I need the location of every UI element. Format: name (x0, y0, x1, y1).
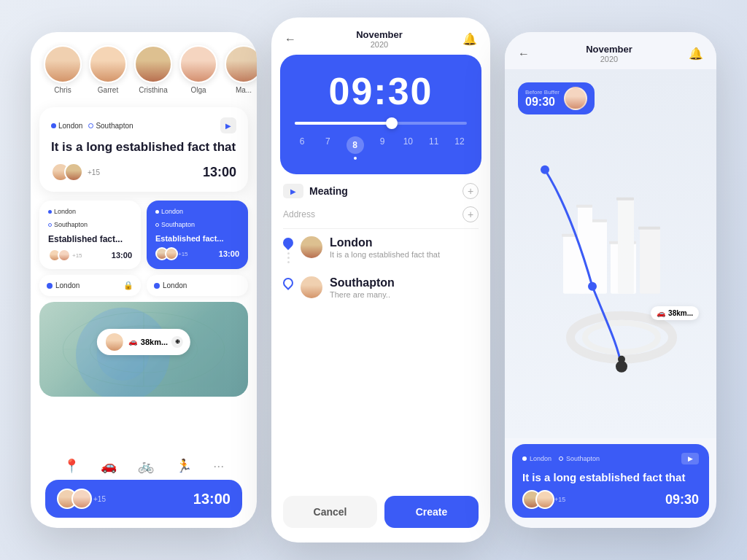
header-year: 2020 (356, 40, 403, 49)
distance-badge: 🚗 38km... ⊕ (97, 329, 190, 355)
bottom-card-right[interactable]: London Southapton ▶ It is a long establi… (512, 444, 709, 518)
tab-icons: 📍 🚗 🚲 🏃 ··· (45, 458, 242, 474)
svg-point-17 (585, 323, 658, 352)
location-item-southapton[interactable]: Southapton There are many.. (283, 276, 479, 300)
tab-pin[interactable]: 📍 (63, 458, 80, 474)
avatar-chris (44, 45, 82, 83)
mini-card-london2[interactable]: London (147, 275, 248, 296)
mini-card-left2: London (154, 281, 187, 289)
expand-icon: ⊕ (171, 336, 183, 348)
main-card[interactable]: London Southapton ▶ It is a long establi… (39, 107, 248, 192)
right-back-arrow[interactable]: ← (518, 47, 530, 61)
stack-avatar (64, 163, 83, 182)
svg-point-21 (588, 282, 597, 291)
tab-run[interactable]: 🏃 (176, 458, 192, 474)
loc-icon-wrap (283, 236, 293, 266)
svg-rect-10 (640, 228, 660, 294)
to-dot-white (559, 456, 563, 461)
right-bell-icon[interactable]: 🔔 (689, 47, 703, 61)
tab-more[interactable]: ··· (213, 459, 224, 474)
loc-info-london: London It is a long established fact tha… (330, 236, 479, 260)
from-dot-sm (48, 210, 52, 214)
location-items: London It is a long established fact tha… (271, 229, 490, 307)
bottom-avatars: +15 (57, 489, 106, 509)
avatar-name: Chris (54, 86, 71, 94)
right-header-title: November 2020 (586, 44, 632, 63)
add-address-btn[interactable]: + (462, 206, 479, 222)
route-from-right: London (530, 455, 551, 462)
back-arrow[interactable]: ← (285, 33, 296, 46)
hour-labels: 6 7 8 9 10 11 12 (295, 136, 467, 160)
slider-thumb[interactable] (386, 117, 398, 129)
bottom-blue-card[interactable]: +15 13:00 (45, 480, 242, 518)
hour-dot (354, 157, 357, 160)
from-dot-blue (155, 210, 159, 214)
city-map-svg (505, 69, 716, 438)
time-slider[interactable] (295, 122, 467, 125)
tab-bike[interactable]: 🚲 (138, 458, 154, 474)
hour-11[interactable]: 11 (427, 136, 441, 160)
route-to-sm: Southapton (48, 221, 88, 228)
hour-8-active[interactable]: 8 (347, 136, 364, 154)
right-header: ← November 2020 🔔 (505, 32, 716, 69)
bell-icon[interactable]: 🔔 (462, 32, 477, 46)
time-display: 09:30 6 7 8 9 10 11 12 (280, 55, 481, 174)
plus-sm: +15 (72, 252, 82, 259)
route-to-right: Southapton (566, 455, 600, 462)
add-meeting-btn[interactable]: + (462, 183, 479, 199)
mini-card-london[interactable]: London 🔒 (39, 275, 141, 296)
hour-10[interactable]: 10 (400, 136, 415, 160)
location-item-london[interactable]: London It is a long established fact tha… (283, 236, 479, 266)
address-row: Address + (283, 206, 479, 229)
cancel-button[interactable]: Cancel (283, 496, 377, 528)
to-dot (88, 123, 93, 128)
avatar-item[interactable]: Olga (179, 45, 217, 94)
video-btn[interactable]: ▶ (283, 184, 303, 198)
hour-6[interactable]: 6 (295, 136, 309, 160)
loc-desc-london: It is a long established fact that (330, 249, 479, 260)
small-card-white[interactable]: London Southapton Established fact... +1… (39, 201, 141, 269)
car-icon: 🚗 (657, 309, 665, 317)
loc-pin-southapton (281, 276, 295, 290)
divider-dot (287, 261, 290, 263)
hour-9[interactable]: 9 (375, 136, 390, 160)
sm-avatar-blue (165, 247, 178, 260)
meeting-left: ▶ Meating (283, 184, 348, 198)
avatar-item[interactable]: Chris (44, 45, 82, 94)
svg-rect-15 (616, 198, 634, 201)
big-time: 09:30 (329, 69, 433, 113)
car-badge: 🚗 38km... (651, 306, 699, 320)
divider-dot (287, 252, 290, 254)
right-time: 09:30 (665, 492, 699, 508)
create-button[interactable]: Create (384, 496, 479, 528)
hour-7[interactable]: 7 (320, 136, 335, 160)
from-dot-white (522, 456, 527, 461)
distance-text: 38km... (141, 338, 168, 346)
avatar-stack (51, 163, 77, 182)
right-header-month: November (586, 44, 632, 55)
right-header-year: 2020 (586, 55, 632, 63)
small-cards-row: London Southapton Established fact... +1… (39, 201, 248, 269)
bottom-card-header: London Southapton ▶ (522, 453, 699, 464)
card-right-title: It is a long established fact that (522, 470, 699, 485)
loc-icon-wrap2 (283, 276, 293, 288)
avatar-item[interactable]: Cristhina (134, 45, 172, 94)
to-dot-blue (155, 223, 159, 227)
card-route-blue: London (155, 208, 239, 215)
avatar-item[interactable]: Garret (89, 45, 127, 94)
right-phone: ← November 2020 🔔 Before Buffer 09:30 (505, 32, 716, 528)
svg-rect-13 (576, 205, 592, 208)
tab-car[interactable]: 🚗 (101, 458, 117, 474)
avatar-item[interactable]: Ma... (225, 45, 257, 94)
card-route-sm: London (48, 208, 132, 215)
hour-12[interactable]: 12 (452, 136, 467, 160)
left-phone: Chris Garret Cristhina Olga Ma... London (31, 32, 257, 528)
small-card-blue[interactable]: London Southapton Established fact... +1… (147, 201, 248, 269)
time-sm-blue: 13:00 (219, 249, 239, 258)
center-header: ← November 2020 🔔 (271, 18, 490, 55)
loc-pin-london (281, 236, 295, 250)
meeting-row: ▶ Meating + (283, 183, 479, 199)
avatar-olga (179, 45, 217, 83)
meeting-section: ▶ Meating + Address + (271, 174, 490, 229)
avatar-name: Olga (190, 86, 206, 94)
